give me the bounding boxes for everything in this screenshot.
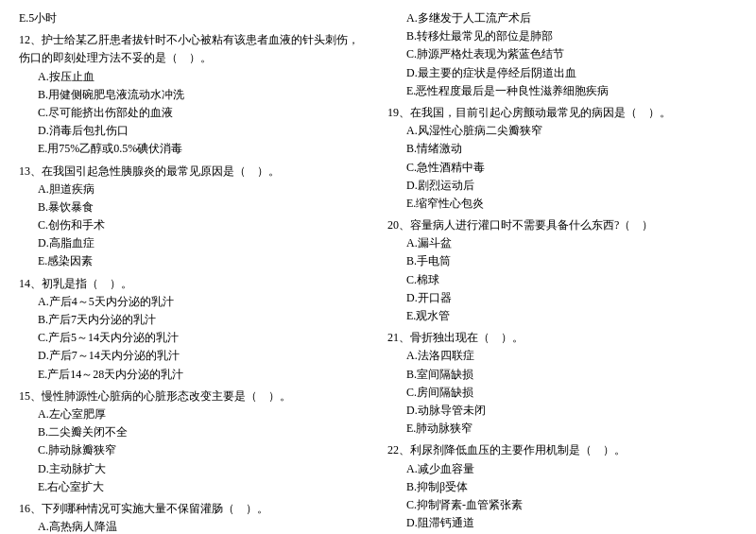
question-item: 19、在我国，目前引起心房颤动最常见的病因是（ ）。A.风湿性心脏病二尖瓣狭窄B… <box>387 104 737 213</box>
option-text: E.肺动脉狭窄 <box>387 420 737 438</box>
option-text: E.恶性程度最后是一种良性滋养细胞疾病 <box>387 82 737 100</box>
question-item: A.多继发于人工流产术后B.转移灶最常见的部位是肺部C.肺源严格灶表现为紫蓝色结… <box>387 9 737 100</box>
option-text: A.左心室肥厚 <box>19 405 369 423</box>
option-text: A.风湿性心脏病二尖瓣狭窄 <box>387 122 737 140</box>
option-text: B.转移灶最常见的部位是肺部 <box>387 27 737 45</box>
option-text: A.法洛四联症 <box>387 347 737 365</box>
option-text: A.胆道疾病 <box>19 181 369 198</box>
option-text: E.右心室扩大 <box>19 478 369 496</box>
option-text: A.按压止血 <box>19 68 369 86</box>
option-text: C.肺源严格灶表现为紫蓝色结节 <box>387 45 737 63</box>
option-text: C.房间隔缺损 <box>387 384 737 402</box>
question-text: 19、在我国，目前引起心房颤动最常见的病因是（ ）。 <box>387 104 737 122</box>
option-text: B.暴饮暴食 <box>19 198 369 216</box>
question-item: 14、初乳是指（ ）。A.产后4～5天内分泌的乳汁B.产后7天内分泌的乳汁C.产… <box>19 275 369 384</box>
option-text: C.棉球 <box>387 271 737 289</box>
question-item: 13、在我国引起急性胰腺炎的最常见原因是（ ）。A.胆道疾病B.暴饮暴食C.创伤… <box>19 163 369 271</box>
option-text: C.尽可能挤出伤部处的血液 <box>19 104 369 122</box>
question-item: 21、骨折独出现在（ ）。A.法洛四联症B.室间隔缺损C.房间隔缺损D.动脉导管… <box>387 329 737 438</box>
option-text: B.情绪激动 <box>387 140 737 158</box>
option-text: D.高脂血症 <box>19 234 369 252</box>
option-text: D.产后7～14天内分泌的乳汁 <box>19 347 369 365</box>
left-column: E.5小时12、护士给某乙肝患者拔针时不小心被粘有该患者血液的针头刺伤，伤口的即… <box>19 9 369 534</box>
option-text: E.产后14～28天内分泌的乳汁 <box>19 366 369 384</box>
option-text: B.室间隔缺损 <box>387 366 737 384</box>
option-text: C.肺动脉瓣狭窄 <box>19 441 369 459</box>
right-column: A.多继发于人工流产术后B.转移灶最常见的部位是肺部C.肺源严格灶表现为紫蓝色结… <box>387 9 737 534</box>
option-text: B.用健侧碗肥皂液流动水冲洗 <box>19 86 369 104</box>
option-text: C.产后5～14天内分泌的乳汁 <box>19 329 369 347</box>
option-text: D.开口器 <box>387 289 737 307</box>
option-text: A.产后4～5天内分泌的乳汁 <box>19 293 369 311</box>
option-text: B.手电筒 <box>387 252 737 270</box>
question-item: 20、容量病人进行灌口时不需要具备什么东西?（ ）A.漏斗盆B.手电筒C.棉球D… <box>387 216 737 325</box>
question-text: 13、在我国引起急性胰腺炎的最常见原因是（ ）。 <box>19 163 369 181</box>
option-text: C.急性酒精中毒 <box>387 159 737 177</box>
question-item: 12、护士给某乙肝患者拔针时不小心被粘有该患者血液的针头刺伤，伤口的即刻处理方法… <box>19 31 369 158</box>
question-text: E.5小时 <box>19 9 369 27</box>
option-text: E.缩窄性心包炎 <box>387 195 737 213</box>
option-text: A.高热病人降温 <box>19 518 369 534</box>
question-item: 22、利尿剂降低血压的主要作用机制是（ ）。A.减少血容量B.抑制β受体C.抑制… <box>387 441 737 534</box>
option-text: C.抑制肾素-血管紧张素 <box>387 496 737 514</box>
question-text: 20、容量病人进行灌口时不需要具备什么东西?（ ） <box>387 216 737 234</box>
option-text: D.阻滞钙通道 <box>387 514 737 532</box>
option-text: D.最主要的症状是停经后阴道出血 <box>387 64 737 82</box>
option-text: B.二尖瓣关闭不全 <box>19 423 369 441</box>
option-text: A.漏斗盆 <box>387 234 737 252</box>
option-text: B.抑制β受体 <box>387 478 737 496</box>
option-text: D.主动脉扩大 <box>19 460 369 478</box>
question-text: 22、利尿剂降低血压的主要作用机制是（ ）。 <box>387 441 737 459</box>
option-text: E.感染因素 <box>19 252 369 270</box>
question-item: E.5小时 <box>19 9 369 27</box>
page-container: E.5小时12、护士给某乙肝患者拔针时不小心被粘有该患者血液的针头刺伤，伤口的即… <box>19 9 737 534</box>
option-text: E.用75%乙醇或0.5%碘伏消毒 <box>19 140 369 158</box>
option-text: C.创伤和手术 <box>19 216 369 234</box>
option-text: D.剧烈运动后 <box>387 177 737 195</box>
question-item: 15、慢性肺源性心脏病的心脏形态改变主要是（ ）。A.左心室肥厚B.二尖瓣关闭不… <box>19 388 369 496</box>
option-text: D.动脉导管未闭 <box>387 402 737 420</box>
option-text: D.消毒后包扎伤口 <box>19 122 369 140</box>
option-text: A.多继发于人工流产术后 <box>387 9 737 27</box>
option-text: A.减少血容量 <box>387 460 737 478</box>
option-text: B.产后7天内分泌的乳汁 <box>19 311 369 329</box>
two-column-layout: E.5小时12、护士给某乙肝患者拔针时不小心被粘有该患者血液的针头刺伤，伤口的即… <box>19 9 737 534</box>
option-text: E.观水管 <box>387 307 737 325</box>
question-text: 15、慢性肺源性心脏病的心脏形态改变主要是（ ）。 <box>19 388 369 405</box>
question-text: 12、护士给某乙肝患者拔针时不小心被粘有该患者血液的针头刺伤，伤口的即刻处理方法… <box>19 31 369 67</box>
question-text: 21、骨折独出现在（ ）。 <box>387 329 737 347</box>
question-item: 16、下列哪种情况可实施大量不保留灌肠（ ）。A.高热病人降温B.心肌梗死病人C… <box>19 500 369 534</box>
question-text: 14、初乳是指（ ）。 <box>19 275 369 293</box>
question-text: 16、下列哪种情况可实施大量不保留灌肠（ ）。 <box>19 500 369 518</box>
